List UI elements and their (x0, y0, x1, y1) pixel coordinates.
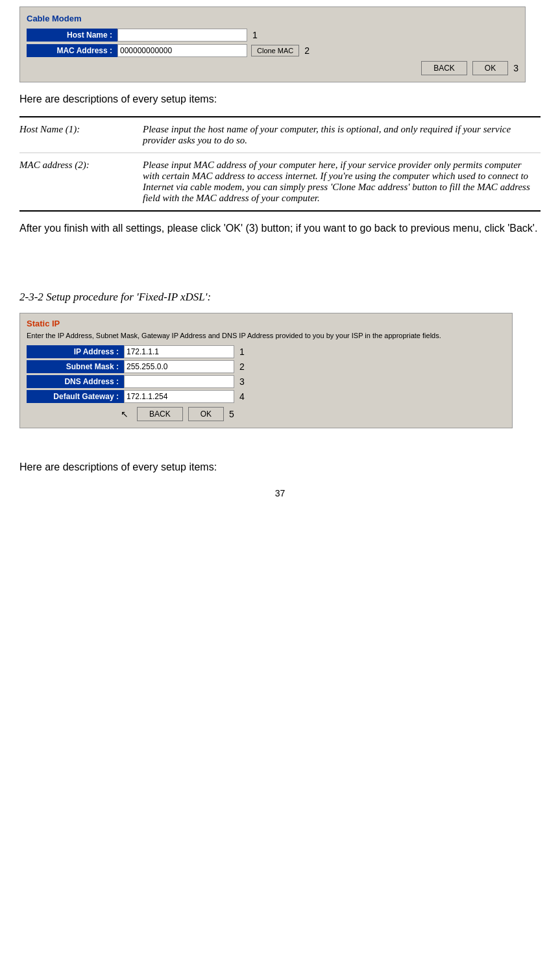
clone-mac-button[interactable]: Clone MAC (251, 45, 299, 56)
subnet-mask-row: Subnet Mask : 2 (27, 360, 505, 373)
dns-address-row: DNS Address : 3 (27, 375, 505, 388)
descriptions-intro2: Here are descriptions of every setup ite… (19, 459, 541, 475)
desc-row-mac: MAC address (2): Please input MAC addres… (19, 153, 541, 210)
host-name-label: Host Name : (27, 29, 117, 42)
button-number: 3 (513, 63, 518, 73)
cable-modem-title: Cable Modem (27, 14, 518, 23)
static-ip-ok-button[interactable]: OK (188, 407, 224, 421)
static-ip-title: Static IP (27, 319, 505, 328)
cable-modem-ok-button[interactable]: OK (472, 61, 508, 75)
host-name-input[interactable] (117, 29, 247, 42)
section-heading: 2-3-2 Setup procedure for 'Fixed-IP xDSL… (19, 291, 541, 304)
static-ip-button-row: BACK OK 5 (27, 407, 505, 421)
host-name-number: 1 (252, 30, 258, 40)
subnet-mask-input[interactable] (124, 360, 234, 373)
static-ip-back-button[interactable]: BACK (137, 407, 183, 421)
static-ip-box: Static IP Enter the IP Address, Subnet M… (19, 313, 513, 428)
subnet-mask-label: Subnet Mask : (27, 360, 124, 373)
ip-address-input[interactable] (124, 345, 234, 358)
mac-address-label: MAC Address : (27, 44, 117, 57)
descriptions-table: Host Name (1): Please input the host nam… (19, 116, 541, 212)
desc-def-hostname: Please input the host name of your compu… (143, 124, 541, 146)
static-button-number: 5 (229, 409, 234, 419)
mac-address-input[interactable] (117, 44, 247, 57)
descriptions-section: Host Name (1): Please input the host nam… (19, 116, 541, 212)
desc-term-hostname: Host Name (1): (19, 124, 143, 146)
after-text: After you finish with all settings, plea… (19, 221, 541, 236)
page-number: 37 (13, 488, 547, 498)
cursor-icon (124, 408, 132, 420)
desc-term-mac: MAC address (2): (19, 160, 143, 204)
descriptions-intro: Here are descriptions of every setup ite… (19, 92, 541, 107)
ip-address-label: IP Address : (27, 345, 124, 358)
dns-address-label: DNS Address : (27, 375, 124, 388)
ip-number: 1 (239, 347, 245, 357)
subnet-number: 2 (239, 361, 245, 372)
dns-number: 3 (239, 376, 245, 387)
desc-row-hostname: Host Name (1): Please input the host nam… (19, 117, 541, 153)
mac-address-row: MAC Address : Clone MAC 2 (27, 44, 518, 57)
dns-address-input[interactable] (124, 375, 234, 388)
gateway-number: 4 (239, 391, 245, 402)
host-name-row: Host Name : 1 (27, 29, 518, 42)
cable-modem-back-button[interactable]: BACK (421, 61, 467, 75)
cable-modem-button-row: BACK OK 3 (27, 61, 518, 75)
default-gateway-row: Default Gateway : 4 (27, 390, 505, 403)
ip-address-row: IP Address : 1 (27, 345, 505, 358)
mac-number: 2 (304, 45, 310, 56)
default-gateway-label: Default Gateway : (27, 390, 124, 403)
static-ip-description: Enter the IP Address, Subnet Mask, Gatew… (27, 331, 505, 340)
desc-def-mac: Please input MAC address of your compute… (143, 160, 541, 204)
default-gateway-input[interactable] (124, 390, 234, 403)
cable-modem-box: Cable Modem Host Name : 1 MAC Address : … (19, 6, 526, 82)
